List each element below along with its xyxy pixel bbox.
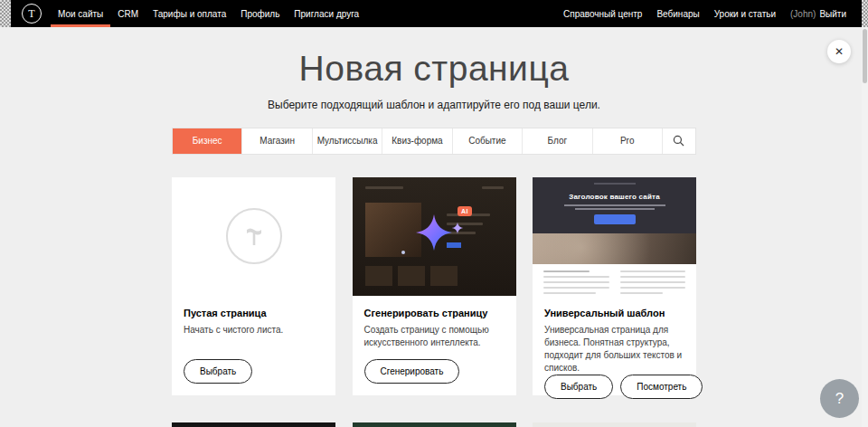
scrollbar[interactable] [862,27,868,427]
topbar-right-menu: Справочный центр Вебинары Уроки и статьи… [556,0,854,27]
template-card-blank: Пустая страница Начать с чистого листа. … [172,177,335,395]
tab-search[interactable] [662,128,695,154]
ai-dot-sparkle [401,251,405,254]
nav-lessons[interactable]: Уроки и статьи [707,0,783,27]
help-button[interactable]: ? [820,379,859,418]
blank-card-body: Пустая страница Начать с чистого листа. … [172,296,335,395]
card-title: Сгенерировать страницу [364,308,505,318]
tilda-logo[interactable]: T [22,4,42,24]
template-card-ai: AI Сгенерировать страницу Создать страни… [353,177,516,395]
tilda-watermark-icon [226,208,282,264]
template-card-partial[interactable] [172,422,335,427]
tab-blog[interactable]: Блог [522,128,591,154]
preview-cta-button [594,214,636,224]
close-button[interactable]: ✕ [827,40,851,63]
nav-crm[interactable]: CRM [110,0,146,27]
nav-help-center[interactable]: Справочный центр [556,0,649,27]
topbar: T Мои сайты CRM Тарифы и оплата Профиль … [0,0,868,27]
template-cards: Пустая страница Начать с чистого листа. … [172,177,696,395]
tab-shop[interactable]: Магазин [241,128,311,154]
universal-preview: Заголовок вашего сайта [533,177,696,296]
ai-mini-sparkle-icon [451,222,464,234]
ai-card-body: Сгенерировать страницу Создать страницу … [353,296,516,395]
card-description: Создать страницу с помощью искусственног… [364,324,505,349]
nav-logout[interactable]: (John) Выйти [783,0,854,27]
preview-image-placeholder [365,203,421,257]
close-icon: ✕ [835,45,844,58]
card-title: Пустая страница [184,308,324,318]
card-description: Начать с чистого листа. [184,324,324,337]
preview-hero: Заголовок вашего сайта [533,177,696,233]
topbar-spacer [366,0,556,27]
new-page-modal: Новая страница Выберите подходящий шабло… [0,0,868,427]
tab-multilink[interactable]: Мультиссылка [312,128,382,154]
tab-pro[interactable]: Pro [592,128,662,154]
preview-decor [430,266,458,286]
search-icon [673,135,684,147]
nav-my-sites[interactable]: Мои сайты [51,0,110,27]
preview-decor [575,208,655,210]
preview-decor [398,266,425,286]
choose-universal-button[interactable]: Выбрать [544,375,613,399]
nav-tariffs[interactable]: Тарифы и оплата [146,0,233,27]
card-buttons: Сгенерировать [364,359,505,384]
template-category-tabs: Бизнес Магазин Мультиссылка Квиз-форма С… [172,128,696,155]
tab-business[interactable]: Бизнес [173,128,241,154]
preview-decor [594,183,636,185]
user-name: (John) [790,9,816,19]
template-card-partial[interactable] [533,422,696,427]
generate-button[interactable]: Сгенерировать [364,359,460,384]
preview-universal-button[interactable]: Посмотреть [620,375,703,399]
nav-webinars[interactable]: Вебинары [649,0,706,27]
preview-text-column [620,270,686,296]
edge-pattern-left [0,0,11,27]
preview-decor [365,266,392,286]
preview-text-column [543,270,609,296]
card-title: Универсальный шаблон [544,308,684,318]
ai-preview: AI [353,177,516,296]
help-icon: ? [835,390,844,408]
preview-decor [365,186,403,189]
universal-card-body: Универсальный шаблон Универсальная стран… [533,296,696,411]
tab-event[interactable]: Событие [452,128,522,154]
topbar-left-menu: Мои сайты CRM Тарифы и оплата Профиль Пр… [51,0,366,27]
card-buttons: Выбрать [184,359,324,384]
edge-pattern-right [862,0,868,27]
preview-heading: Заголовок вашего сайта [533,177,696,201]
card-description: Универсальная страница для бизнеса. Поня… [544,324,684,375]
preview-photo [533,233,696,264]
nav-invite-friend[interactable]: Пригласи друга [287,0,366,27]
blank-preview [172,177,335,296]
template-card-partial[interactable] [353,422,516,427]
ai-sparkle-icon: AI [414,213,454,256]
card-buttons: Выбрать Посмотреть [544,375,684,399]
tab-quiz-form[interactable]: Квиз-форма [382,128,451,154]
logout-label: Выйти [819,9,846,19]
template-card-universal: Заголовок вашего сайта Универсальный ша [533,177,696,395]
preview-decor [482,186,504,189]
template-cards-row-2 [172,422,696,427]
tilda-logo-letter: T [28,7,34,21]
preview-text-block [533,264,696,296]
choose-blank-button[interactable]: Выбрать [184,359,252,384]
nav-profile[interactable]: Профиль [233,0,287,27]
page-title: Новая страница [0,49,868,89]
scrollbar-thumb[interactable] [863,29,867,83]
page-subtitle: Выберите подходящий шаблон и адаптируйте… [0,99,868,111]
ai-badge: AI [458,206,472,216]
preview-decor [564,204,665,206]
